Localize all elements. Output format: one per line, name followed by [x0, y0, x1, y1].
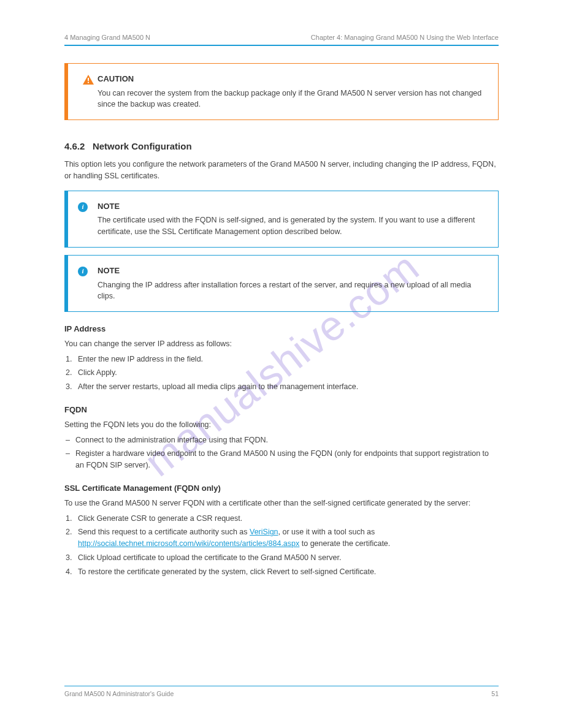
note1-body: NOTE The certificate used with the FQDN … [98, 201, 487, 237]
ssl-steps-list: Click Generate CSR to generate a CSR req… [64, 513, 499, 578]
list-item: Connect to the administration interface … [75, 434, 499, 446]
list-item: Click Generate CSR to generate a CSR req… [78, 513, 499, 525]
note2-body: NOTE Changing the IP address after insta… [98, 265, 487, 301]
ssl-step2-post: , or use it with a tool such as [278, 528, 375, 536]
ip-intro: You can change the server IP address as … [64, 338, 499, 350]
header-chapter-line: Chapter 4: Managing Grand MA500 N Using … [311, 34, 499, 41]
verisign-link[interactable]: VeriSign [250, 528, 278, 536]
note2-text: Changing the IP address after installati… [98, 279, 487, 301]
list-item: Enter the new IP address in the field. [78, 354, 499, 365]
page-content: 4 Managing Grand MA500 N Chapter 4: Mana… [0, 0, 563, 728]
ssl-step2-tail: to generate the certificate. [299, 539, 390, 548]
fqdn-bullets: Connect to the administration interface … [64, 434, 499, 471]
footer-title: Grand MA500 N Administrator's Guide [64, 690, 174, 697]
footer-page-number: 51 [491, 690, 499, 697]
page-footer: Grand MA500 N Administrator's Guide 51 [64, 686, 499, 697]
technet-link[interactable]: http://social.technet.microsoft.com/wiki… [78, 539, 299, 548]
caution-callout: CAUTION You can recover the system from … [64, 63, 499, 120]
section-intro: This option lets you configure the netwo… [64, 159, 499, 182]
header-section-label: 4 Managing Grand MA500 N [64, 34, 150, 41]
svg-rect-2 [88, 82, 89, 83]
note1-text: The certificate used with the FQDN is se… [98, 214, 487, 237]
list-item: To restore the certificate generated by … [78, 566, 499, 578]
info-icon: i [68, 265, 98, 276]
ssl-step2-pre: Send this request to a certificate autho… [78, 528, 250, 536]
header-section-title: Managing Grand MA500 N [70, 34, 150, 41]
svg-rect-1 [88, 78, 89, 81]
warning-icon [68, 74, 98, 75]
note-callout-2: i NOTE Changing the IP address after ins… [64, 255, 499, 312]
list-item: Click Upload certificate to upload the c… [78, 552, 499, 564]
caution-body: CAUTION You can recover the system from … [98, 74, 487, 110]
ssl-heading: SSL Certificate Management (FQDN only) [64, 483, 499, 493]
fqdn-heading: FQDN [64, 405, 499, 414]
ip-heading: IP Address [64, 324, 499, 333]
ip-steps-list: Enter the new IP address in the field. C… [64, 354, 499, 393]
list-item: Send this request to a certificate autho… [78, 526, 499, 550]
list-item: After the server restarts, upload all me… [78, 381, 499, 393]
list-item: Click Apply. [78, 367, 499, 379]
section-number: 4.6.2 [64, 141, 85, 151]
note2-title: NOTE [98, 265, 487, 277]
section-title: Network Configuration [93, 141, 192, 151]
header-section-number: 4 [64, 34, 68, 41]
section-heading: 4.6.2 Network Configuration [64, 141, 499, 151]
page-header: 4 Managing Grand MA500 N Chapter 4: Mana… [64, 34, 499, 46]
info-icon: i [68, 201, 98, 212]
ssl-intro: To use the Grand MA500 N server FQDN wit… [64, 498, 499, 509]
note1-title: NOTE [98, 201, 487, 213]
fqdn-intro: Setting the FQDN lets you do the followi… [64, 419, 499, 431]
caution-text: You can recover the system from the back… [98, 88, 487, 110]
caution-title: CAUTION [98, 74, 487, 85]
list-item: Register a hardware video endpoint to th… [75, 448, 499, 471]
note-callout-1: i NOTE The certificate used with the FQD… [64, 191, 499, 248]
